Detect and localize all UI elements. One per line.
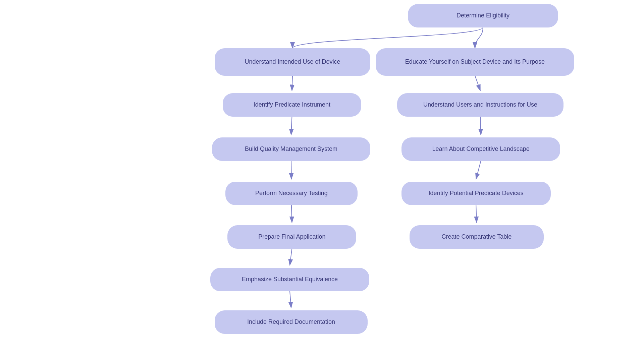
understand-users: Understand Users and Instructions for Us… — [397, 93, 564, 117]
svg-line-2 — [475, 76, 480, 91]
determine-eligibility: Determine Eligibility — [408, 4, 558, 27]
learn-competitive: Learn About Competitive Landscape — [401, 137, 560, 161]
svg-line-6 — [476, 161, 481, 179]
build-qms: Build Quality Management System — [212, 137, 370, 161]
perform-testing: Perform Necessary Testing — [225, 182, 358, 205]
svg-line-8 — [476, 205, 477, 223]
identify-predicate: Identify Predicate Instrument — [223, 93, 361, 117]
educate-yourself: Educate Yourself on Subject Device and I… — [376, 48, 574, 76]
diagram-container: Determine EligibilityUnderstand Intended… — [0, 0, 644, 362]
svg-line-5 — [291, 161, 291, 179]
svg-line-4 — [480, 117, 481, 135]
svg-line-3 — [291, 117, 292, 135]
svg-line-10 — [290, 291, 291, 308]
emphasize-equivalence: Emphasize Substantial Equivalence — [210, 268, 369, 291]
svg-line-7 — [291, 205, 292, 223]
prepare-final: Prepare Final Application — [227, 225, 356, 249]
include-documentation: Include Required Documentation — [215, 310, 368, 334]
svg-line-9 — [290, 249, 292, 265]
understand-intended-use: Understand Intended Use of Device — [215, 48, 370, 76]
identify-potential: Identify Potential Predicate Devices — [401, 182, 551, 205]
svg-line-1 — [292, 76, 292, 91]
create-comparative: Create Comparative Table — [410, 225, 544, 249]
